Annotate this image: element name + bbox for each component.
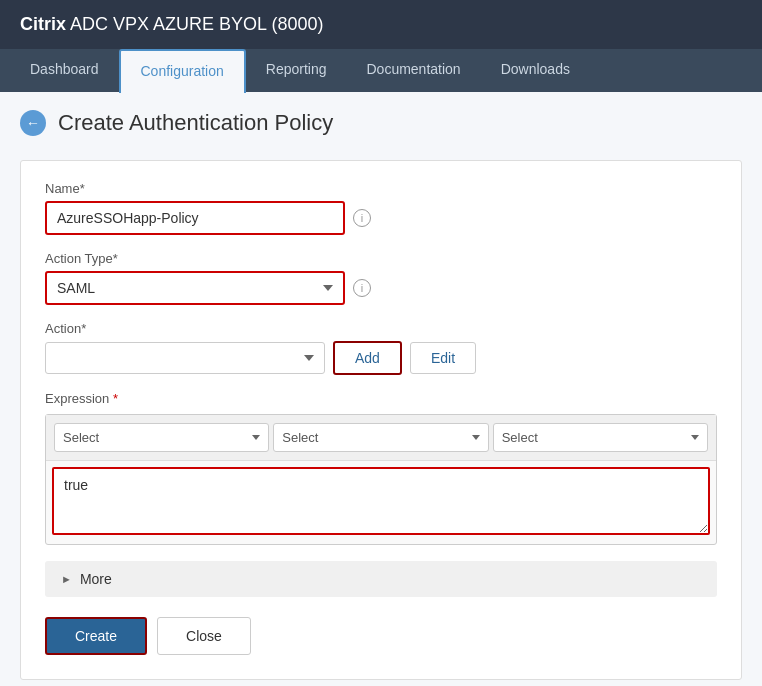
tab-dashboard[interactable]: Dashboard: [10, 49, 119, 92]
action-type-label: Action Type*: [45, 251, 717, 266]
expression-selects-row: Select Select Select: [46, 415, 716, 461]
tab-documentation[interactable]: Documentation: [346, 49, 480, 92]
expression-box: Select Select Select true: [45, 414, 717, 545]
expression-label: Expression *: [45, 391, 717, 406]
main-content: ← Create Authentication Policy Name* i A…: [0, 92, 762, 686]
more-arrow-icon: ►: [61, 573, 72, 585]
expression-select-2[interactable]: Select: [273, 423, 488, 452]
action-label: Action*: [45, 321, 717, 336]
create-button[interactable]: Create: [45, 617, 147, 655]
action-row: Add Edit: [45, 341, 717, 375]
tab-configuration[interactable]: Configuration: [119, 49, 246, 93]
action-type-select[interactable]: SAML LDAP RADIUS: [45, 271, 345, 305]
name-input[interactable]: [45, 201, 345, 235]
more-toggle[interactable]: ► More: [45, 561, 717, 597]
add-button[interactable]: Add: [333, 341, 402, 375]
name-info-icon: i: [353, 209, 371, 227]
tab-downloads[interactable]: Downloads: [481, 49, 590, 92]
nav-bar: Dashboard Configuration Reporting Docume…: [0, 49, 762, 92]
close-button[interactable]: Close: [157, 617, 251, 655]
name-group: Name* i: [45, 181, 717, 235]
expression-select-3[interactable]: Select: [493, 423, 708, 452]
page-title-row: ← Create Authentication Policy: [20, 110, 742, 136]
app-title: Citrix ADC VPX AZURE BYOL (8000): [20, 14, 323, 35]
name-label: Name*: [45, 181, 717, 196]
action-type-info-icon: i: [353, 279, 371, 297]
app-header: Citrix ADC VPX AZURE BYOL (8000): [0, 0, 762, 49]
action-group: Action* Add Edit: [45, 321, 717, 375]
button-row: Create Close: [45, 617, 717, 655]
edit-button[interactable]: Edit: [410, 342, 476, 374]
more-section: ► More: [45, 561, 717, 597]
form-card: Name* i Action Type* SAML LDAP RADIUS i …: [20, 160, 742, 680]
more-label: More: [80, 571, 112, 587]
tab-reporting[interactable]: Reporting: [246, 49, 347, 92]
action-select[interactable]: [45, 342, 325, 374]
action-type-group: Action Type* SAML LDAP RADIUS i: [45, 251, 717, 305]
expression-select-1[interactable]: Select: [54, 423, 269, 452]
back-button[interactable]: ←: [20, 110, 46, 136]
page-title: Create Authentication Policy: [58, 110, 333, 136]
expression-textarea[interactable]: true: [52, 467, 710, 535]
expression-group: Expression * Select Select Select true: [45, 391, 717, 545]
